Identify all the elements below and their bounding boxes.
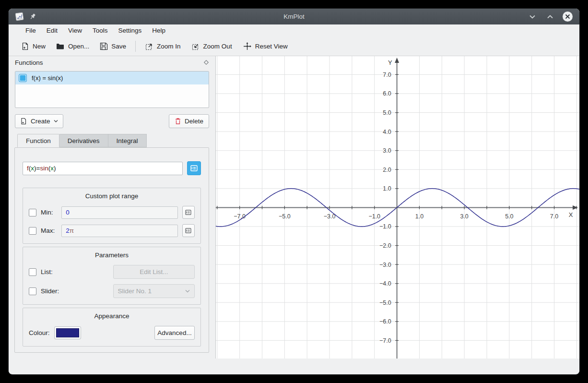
slider-checkbox[interactable] xyxy=(29,287,36,295)
function-list: f(x) = sin(x) xyxy=(15,71,209,108)
float-dock-icon[interactable] xyxy=(203,60,209,65)
menu-view[interactable]: View xyxy=(63,24,87,37)
plot-svg: −7.0−5.0−3.0−1.01.03.05.07.0−7.0−6.0−5.0… xyxy=(216,56,579,359)
svg-text:6.0: 6.0 xyxy=(383,90,391,97)
delete-button[interactable]: Delete xyxy=(169,114,209,128)
svg-text:−1.0: −1.0 xyxy=(368,213,380,220)
svg-text:5.0: 5.0 xyxy=(383,109,391,116)
toolbar-separator xyxy=(135,41,136,52)
svg-text:−1.0: −1.0 xyxy=(379,223,391,230)
pin-icon[interactable] xyxy=(29,13,36,20)
close-button[interactable] xyxy=(563,12,573,22)
chevron-down-icon xyxy=(185,289,190,293)
save-floppy-icon xyxy=(100,42,108,50)
list-checkbox[interactable] xyxy=(29,268,36,276)
colour-swatch-button[interactable] xyxy=(54,326,81,339)
svg-text:1.0: 1.0 xyxy=(383,185,391,192)
menu-settings[interactable]: Settings xyxy=(113,24,147,37)
svg-text:−3.0: −3.0 xyxy=(379,262,391,268)
colour-swatch xyxy=(56,328,79,337)
svg-text:−5.0: −5.0 xyxy=(379,299,391,306)
equation-editor-button[interactable] xyxy=(187,161,201,175)
parameters-title: Parameters xyxy=(29,251,195,259)
list-label: List: xyxy=(41,268,113,275)
svg-text:−4.0: −4.0 xyxy=(379,280,391,287)
new-button[interactable]: New xyxy=(17,39,50,54)
create-document-icon xyxy=(20,118,27,125)
svg-text:−5.0: −5.0 xyxy=(279,213,291,220)
svg-text:−3.0: −3.0 xyxy=(324,213,336,220)
colour-label: Colour: xyxy=(29,329,50,336)
minimize-button[interactable] xyxy=(527,12,538,22)
zoom-in-button[interactable]: Zoom In xyxy=(141,39,185,54)
svg-text:Y: Y xyxy=(388,59,392,66)
svg-text:−7.0: −7.0 xyxy=(379,337,391,344)
slider-select[interactable]: Slider No. 1 xyxy=(113,284,195,298)
edit-list-button[interactable]: Edit List... xyxy=(113,265,195,279)
min-label: Min: xyxy=(41,209,61,216)
svg-text:−7.0: −7.0 xyxy=(234,213,246,220)
max-editor-button[interactable] xyxy=(182,224,195,237)
function-list-item[interactable]: f(x) = sin(x) xyxy=(15,72,209,84)
custom-plot-range-group: Custom plot range Min: 0 Max: 2π xyxy=(23,188,201,244)
svg-text:3.0: 3.0 xyxy=(383,147,391,154)
zoom-out-button[interactable]: Zoom Out xyxy=(187,39,236,54)
menu-edit[interactable]: Edit xyxy=(41,24,63,37)
reset-view-button[interactable]: Reset View xyxy=(238,39,292,54)
min-editor-button[interactable] xyxy=(182,206,195,219)
svg-text:7.0: 7.0 xyxy=(383,72,391,78)
appearance-group: Appearance Colour: Advanced... xyxy=(23,308,201,347)
status-bar xyxy=(9,359,579,374)
menu-help[interactable]: Help xyxy=(147,24,171,37)
zoom-in-icon xyxy=(145,42,153,51)
svg-text:−6.0: −6.0 xyxy=(379,318,391,325)
tab-integral[interactable]: Integral xyxy=(108,134,147,147)
svg-text:−2.0: −2.0 xyxy=(379,242,391,249)
function-list-label: f(x) = sin(x) xyxy=(32,74,63,82)
open-folder-icon xyxy=(56,42,65,50)
functions-dock: Functions f(x) = sin(x) Create xyxy=(9,56,216,359)
svg-text:7.0: 7.0 xyxy=(550,213,558,220)
svg-text:3.0: 3.0 xyxy=(460,213,468,220)
svg-text:5.0: 5.0 xyxy=(505,213,513,220)
svg-text:4.0: 4.0 xyxy=(383,129,391,135)
editor-tabs: Function Derivatives Integral xyxy=(17,134,215,147)
create-button[interactable]: Create xyxy=(15,114,63,128)
zoom-out-icon xyxy=(191,42,200,51)
maximize-button[interactable] xyxy=(545,12,555,22)
max-label: Max: xyxy=(41,227,61,234)
titlebar[interactable]: KmPlot xyxy=(9,9,579,24)
kmplot-window: KmPlot File Edit View Tools Settings Hel… xyxy=(9,9,579,374)
open-button[interactable]: Open... xyxy=(52,39,94,54)
tab-derivatives[interactable]: Derivatives xyxy=(59,134,108,147)
svg-text:1.0: 1.0 xyxy=(415,213,423,220)
save-button[interactable]: Save xyxy=(95,39,130,54)
chevron-down-icon xyxy=(54,120,58,123)
plot-canvas[interactable]: −7.0−5.0−3.0−1.01.03.05.07.0−7.0−6.0−5.0… xyxy=(216,56,579,359)
parameters-group: Parameters List: Edit List... Slider: Sl… xyxy=(23,247,201,305)
max-input[interactable]: 2π xyxy=(61,225,177,237)
custom-plot-range-title: Custom plot range xyxy=(29,192,195,200)
svg-text:2.0: 2.0 xyxy=(383,167,391,173)
toolbar: New Open... Save Zoom In Zoom Out xyxy=(9,37,579,56)
function-visible-checkbox[interactable] xyxy=(19,74,26,82)
min-input[interactable]: 0 xyxy=(61,206,177,219)
advanced-button[interactable]: Advanced... xyxy=(154,326,195,340)
new-document-icon xyxy=(21,42,29,50)
max-checkbox[interactable] xyxy=(29,227,36,235)
menu-tools[interactable]: Tools xyxy=(87,24,113,37)
equation-input[interactable]: f(x) = sin(x) xyxy=(23,162,183,175)
tab-function[interactable]: Function xyxy=(17,134,59,147)
trash-icon xyxy=(175,118,181,125)
slider-label: Slider: xyxy=(41,287,113,295)
dock-title: Functions xyxy=(15,59,43,66)
app-icon xyxy=(15,12,24,21)
appearance-title: Appearance xyxy=(29,312,195,320)
min-checkbox[interactable] xyxy=(29,209,36,216)
reset-view-icon xyxy=(243,42,252,51)
menu-file[interactable]: File xyxy=(20,24,41,37)
function-tab-panel: f(x) = sin(x) Custom plot range Min: 0 xyxy=(14,147,209,353)
menubar: File Edit View Tools Settings Help xyxy=(9,24,579,37)
window-title: KmPlot xyxy=(9,13,579,20)
svg-text:X: X xyxy=(569,211,573,218)
